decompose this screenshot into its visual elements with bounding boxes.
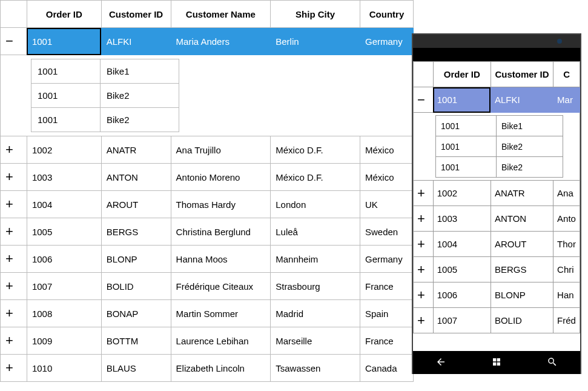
cell-country[interactable]: México (360, 164, 414, 191)
table-row[interactable]: +1009BOTTMLaurence LebihanMarseilleFranc… (1, 327, 414, 355)
cell-ship-city[interactable]: México D.F. (271, 164, 360, 191)
search-icon[interactable] (547, 356, 558, 369)
cell-customer-id[interactable]: ANTON (101, 164, 171, 191)
cell-customer-id[interactable]: ANTON (491, 206, 553, 232)
cell-ship-city[interactable]: Tsawassen (271, 355, 360, 382)
cell-customer-name[interactable]: Chri (553, 257, 580, 282)
cell-customer-id[interactable]: BONAP (101, 300, 171, 327)
cell-order-id[interactable]: 1005 (433, 257, 491, 282)
cell-order-id[interactable]: 1009 (27, 327, 101, 355)
cell-customer-name[interactable]: Elizabeth Lincoln (171, 355, 271, 382)
expand-icon[interactable]: + (414, 257, 434, 282)
collapse-icon[interactable]: − (414, 87, 434, 113)
cell-customer-name[interactable]: Ana (553, 181, 580, 206)
expand-icon[interactable]: + (1, 246, 27, 273)
table-row[interactable]: +1010BLAUSElizabeth LincolnTsawassenCana… (1, 355, 414, 382)
cell-ship-city[interactable]: Berlin (271, 28, 360, 55)
cell-customer-id[interactable]: BOLID (491, 308, 553, 333)
expand-icon[interactable]: + (414, 308, 434, 333)
cell-order-id[interactable]: 1003 (27, 164, 101, 191)
detail-table-row[interactable]: 1001Bike1 (436, 116, 563, 136)
header-order-id[interactable]: Order ID (27, 1, 101, 28)
table-row[interactable]: +1003ANTONAnto (414, 206, 580, 232)
cell-order-id[interactable]: 1001 (433, 87, 491, 113)
cell-country[interactable]: Germany (360, 28, 414, 55)
cell-order-id[interactable]: 1008 (27, 300, 101, 327)
cell-customer-id[interactable]: BLONP (491, 282, 553, 308)
expand-icon[interactable]: + (414, 206, 434, 232)
table-row[interactable]: +1007BOLIDFrédérique CiteauxStrasbourgFr… (1, 273, 414, 300)
table-row[interactable]: +1005BERGSChri (414, 257, 580, 282)
cell-ship-city[interactable]: Marseille (271, 327, 360, 355)
detail-cell[interactable]: 1001 (436, 136, 497, 157)
data-grid[interactable]: Order ID Customer ID Customer Name Ship … (0, 0, 414, 382)
expand-icon[interactable]: + (1, 136, 27, 164)
expand-icon[interactable]: + (1, 355, 27, 382)
cell-customer-name[interactable]: Christina Berglund (171, 218, 271, 246)
table-row[interactable]: +1008BONAPMartin SommerMadridSpain (1, 300, 414, 327)
table-row[interactable]: −1001ALFKIMar (414, 87, 580, 113)
cell-customer-id[interactable]: ANATR (491, 181, 553, 206)
detail-cell[interactable]: Bike1 (497, 116, 563, 136)
cell-customer-name[interactable]: Anto (553, 206, 580, 232)
cell-customer-name[interactable]: Antonio Moreno (171, 164, 271, 191)
cell-customer-name[interactable]: Fréd (553, 308, 580, 333)
phone-header-order-id[interactable]: Order ID (433, 62, 491, 87)
cell-customer-name[interactable]: Han (553, 282, 580, 308)
cell-customer-id[interactable]: ALFKI (491, 87, 553, 113)
detail-cell[interactable]: 1001 (31, 59, 101, 84)
detail-table-row[interactable]: 1001Bike2 (436, 136, 563, 157)
windows-icon[interactable] (492, 357, 501, 369)
cell-country[interactable]: México (360, 136, 414, 164)
cell-country[interactable]: France (360, 273, 414, 300)
cell-ship-city[interactable]: Strasbourg (271, 273, 360, 300)
cell-customer-id[interactable]: ANATR (101, 136, 171, 164)
cell-order-id[interactable]: 1005 (27, 218, 101, 246)
header-ship-city[interactable]: Ship City (271, 1, 360, 28)
cell-ship-city[interactable]: Mannheim (271, 246, 360, 273)
detail-cell[interactable]: 1001 (31, 84, 101, 108)
expand-icon[interactable]: + (1, 300, 27, 327)
cell-customer-id[interactable]: BERGS (491, 257, 553, 282)
cell-customer-id[interactable]: AROUT (101, 191, 171, 218)
cell-customer-name[interactable]: Frédérique Citeaux (171, 273, 271, 300)
cell-customer-name[interactable]: Martin Sommer (171, 300, 271, 327)
cell-ship-city[interactable]: Madrid (271, 300, 360, 327)
table-row[interactable]: +1006BLONPHanna MoosMannheimGermany (1, 246, 414, 273)
table-row[interactable]: +1005BERGSChristina BerglundLuleåSweden (1, 218, 414, 246)
cell-order-id[interactable]: 1006 (27, 246, 101, 273)
cell-customer-name[interactable]: Laurence Lebihan (171, 327, 271, 355)
expand-icon[interactable]: + (1, 164, 27, 191)
cell-order-id[interactable]: 1007 (433, 308, 491, 333)
detail-cell[interactable]: Bike2 (497, 157, 563, 178)
expand-icon[interactable]: + (414, 181, 434, 206)
cell-ship-city[interactable]: London (271, 191, 360, 218)
detail-cell[interactable]: 1001 (436, 116, 497, 136)
cell-customer-id[interactable]: BLAUS (101, 355, 171, 382)
detail-cell[interactable]: Bike2 (497, 136, 563, 157)
table-row[interactable]: +1002ANATRAna TrujilloMéxico D.F.México (1, 136, 414, 164)
detail-cell[interactable]: Bike1 (101, 59, 179, 84)
header-customer-name[interactable]: Customer Name (171, 1, 271, 28)
cell-country[interactable]: Germany (360, 246, 414, 273)
header-country[interactable]: Country (360, 1, 414, 28)
expand-icon[interactable]: + (1, 218, 27, 246)
cell-order-id[interactable]: 1010 (27, 355, 101, 382)
expand-icon[interactable]: + (1, 191, 27, 218)
cell-order-id[interactable]: 1004 (27, 191, 101, 218)
cell-customer-name[interactable]: Mar (553, 87, 580, 113)
detail-cell[interactable]: 1001 (31, 108, 101, 132)
table-row[interactable]: +1002ANATRAna (414, 181, 580, 206)
cell-customer-id[interactable]: BOTTM (101, 327, 171, 355)
detail-grid[interactable]: 1001Bike11001Bike21001Bike2 (31, 59, 179, 132)
cell-customer-name[interactable]: Thor (553, 232, 580, 257)
cell-order-id[interactable]: 1002 (27, 136, 101, 164)
expand-icon[interactable]: + (414, 282, 434, 308)
table-row[interactable]: +1006BLONPHan (414, 282, 580, 308)
detail-grid[interactable]: 1001Bike11001Bike21001Bike2 (435, 115, 563, 178)
cell-customer-name[interactable]: Thomas Hardy (171, 191, 271, 218)
table-row[interactable]: +1004AROUTThor (414, 232, 580, 257)
cell-order-id[interactable]: 1003 (433, 206, 491, 232)
cell-ship-city[interactable]: Luleå (271, 218, 360, 246)
phone-data-grid[interactable]: Order ID Customer ID C −1001ALFKIMar1001… (413, 61, 580, 333)
